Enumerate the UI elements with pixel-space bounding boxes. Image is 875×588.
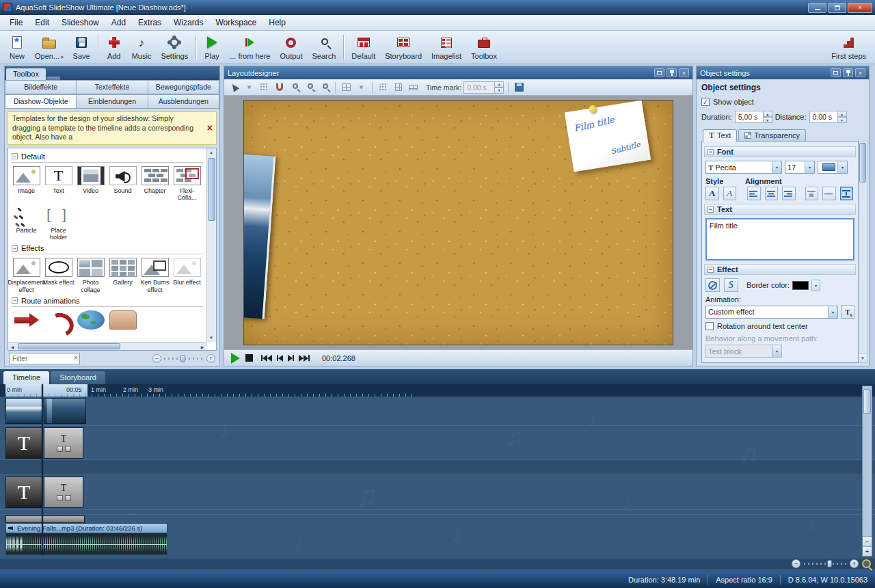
audio-track-header[interactable]: Evening Falls...mp3 (Duration: 03:46/226… bbox=[5, 523, 167, 533]
info-close-icon[interactable]: × bbox=[207, 123, 213, 133]
tab-einblendungen[interactable]: Einblendungen bbox=[77, 94, 148, 109]
select-tool-button[interactable] bbox=[228, 81, 241, 94]
dropdown-icon[interactable]: ▾ bbox=[828, 306, 837, 318]
text-clip-2[interactable]: T bbox=[5, 477, 42, 508]
toolbox-item-route-map[interactable] bbox=[107, 310, 139, 330]
next-frame-button[interactable] bbox=[288, 355, 294, 362]
spin-up-icon[interactable]: ▲ bbox=[495, 81, 504, 88]
zoom-slider-thumb[interactable] bbox=[180, 355, 185, 362]
play-from-here-button[interactable]: ... from here bbox=[225, 32, 275, 62]
toolbox-button[interactable]: Toolbox bbox=[466, 32, 502, 62]
toolbox-item-route-curve[interactable] bbox=[42, 310, 75, 330]
tab-toolbox[interactable]: Toolbox bbox=[6, 68, 46, 80]
skip-to-start-button[interactable] bbox=[261, 355, 272, 362]
dropdown-icon[interactable]: ▾ bbox=[837, 161, 847, 173]
menu-file[interactable]: File bbox=[4, 16, 28, 29]
menu-slideshow[interactable]: Slideshow bbox=[56, 16, 105, 29]
timeline-zoom-out-button[interactable]: − bbox=[792, 559, 800, 568]
align-right-button[interactable] bbox=[782, 187, 796, 200]
add-button[interactable]: Add bbox=[101, 32, 127, 62]
movement-path-select[interactable]: Text block ▾ bbox=[705, 345, 782, 358]
panel-restore-button[interactable] bbox=[654, 68, 664, 77]
tab-bewegungspfade[interactable]: Bewegungspfade bbox=[148, 80, 219, 94]
panel-pin-button[interactable] bbox=[667, 68, 677, 77]
tab-text[interactable]: TText bbox=[703, 129, 737, 142]
menu-edit[interactable]: Edit bbox=[29, 16, 55, 29]
spline-button[interactable]: S bbox=[724, 278, 738, 292]
timeline-vertical-scrollbar[interactable]: − + bbox=[862, 386, 872, 557]
storyboard-button[interactable]: Storyboard bbox=[380, 32, 427, 62]
save-view-button[interactable] bbox=[513, 81, 526, 94]
align-center-button[interactable] bbox=[765, 187, 779, 200]
toolbox-item-sound[interactable]: Sound bbox=[107, 166, 139, 202]
skip-to-end-button[interactable] bbox=[299, 355, 310, 362]
toolbox-item-displacement[interactable]: Displacement effect bbox=[10, 258, 42, 293]
magnet-snap-button[interactable] bbox=[273, 81, 286, 94]
timeline-magnifier-icon[interactable] bbox=[862, 559, 871, 568]
border-color-dropdown[interactable]: ▾ bbox=[811, 280, 820, 291]
note-title-text[interactable]: Film title bbox=[573, 114, 615, 133]
text-object-clip-2[interactable]: T bbox=[44, 477, 83, 508]
distance-value[interactable]: 0,00 s bbox=[809, 111, 838, 123]
collapse-icon[interactable]: − bbox=[708, 149, 714, 155]
menu-wizards[interactable]: Wizards bbox=[168, 16, 208, 29]
filter-clear-icon[interactable]: × bbox=[74, 353, 78, 362]
table-grid-button[interactable] bbox=[340, 81, 353, 94]
object-settings-scrollbar[interactable]: ▼ bbox=[859, 141, 867, 363]
scroll-down-icon[interactable]: ▼ bbox=[859, 353, 867, 362]
scroll-thumb[interactable] bbox=[859, 143, 866, 183]
scroll-right-icon[interactable]: ▶ bbox=[198, 343, 206, 351]
scroll-up-icon[interactable]: ▲ bbox=[207, 148, 215, 157]
snap-grid-button[interactable] bbox=[258, 81, 271, 94]
partial-clip[interactable] bbox=[5, 516, 85, 523]
rotate-object-button[interactable] bbox=[377, 81, 390, 94]
toolbox-item-blur[interactable]: Blur effect bbox=[171, 258, 203, 293]
collapse-icon[interactable]: − bbox=[708, 267, 714, 273]
text-content-input[interactable]: Film title bbox=[705, 218, 854, 260]
distribute-objects-button[interactable] bbox=[407, 81, 420, 94]
open-button[interactable]: Open...▾ bbox=[30, 32, 68, 62]
toolbox-item-gallery[interactable]: Gallery bbox=[107, 258, 139, 293]
zoom-out-button[interactable]: − bbox=[303, 81, 316, 94]
tab-diashow-objekte[interactable]: Diashow-Objekte bbox=[5, 94, 77, 109]
toolbox-item-mask[interactable]: Mask effect bbox=[42, 258, 75, 293]
previous-frame-button[interactable] bbox=[277, 355, 283, 362]
play-button[interactable]: Play bbox=[199, 32, 225, 62]
toolbox-item-route-arrow[interactable] bbox=[10, 310, 42, 330]
panel-restore-button[interactable] bbox=[831, 68, 841, 77]
audio-waveform[interactable] bbox=[5, 533, 167, 555]
italic-button[interactable]: A bbox=[723, 187, 737, 200]
spin-down-icon[interactable]: ▼ bbox=[764, 117, 772, 123]
scroll-left-icon[interactable]: ◀ bbox=[8, 343, 16, 351]
zoom-fit-button[interactable] bbox=[318, 81, 331, 94]
dropdown-icon[interactable]: ▾ bbox=[772, 345, 781, 357]
bold-button[interactable]: A bbox=[705, 187, 719, 200]
text-animation-button[interactable]: Tx bbox=[841, 305, 854, 319]
zoom-slider[interactable] bbox=[164, 358, 204, 360]
scroll-thumb[interactable] bbox=[18, 343, 120, 349]
tab-timeline[interactable]: Timeline bbox=[3, 371, 49, 384]
music-button[interactable]: ♪ Music bbox=[127, 32, 157, 62]
note-subtitle-text[interactable]: Subtitle bbox=[610, 140, 641, 157]
maximize-button[interactable] bbox=[828, 3, 846, 13]
panel-pin-button[interactable] bbox=[843, 68, 853, 77]
zoom-in-button[interactable]: + bbox=[288, 81, 301, 94]
table-grid-dropdown[interactable]: ▾ bbox=[355, 81, 368, 94]
valign-middle-button[interactable] bbox=[822, 187, 836, 200]
track-zoom-out-button[interactable]: − bbox=[863, 536, 872, 546]
timeline-zoom-in-button[interactable]: + bbox=[850, 559, 859, 568]
close-button[interactable]: × bbox=[848, 3, 872, 13]
menu-workspace[interactable]: Workspace bbox=[210, 16, 262, 29]
scroll-down-icon[interactable]: ▼ bbox=[207, 334, 215, 342]
text-clip-1[interactable]: T bbox=[5, 427, 42, 459]
collapse-icon[interactable]: − bbox=[708, 206, 714, 213]
timeline-zoom-slider[interactable] bbox=[804, 563, 846, 565]
timeline-playhead[interactable] bbox=[42, 384, 43, 555]
imagelist-button[interactable]: Imagelist bbox=[427, 32, 466, 62]
first-steps-button[interactable]: First steps bbox=[826, 32, 871, 62]
panel-close-button[interactable]: × bbox=[679, 68, 689, 77]
track-zoom-in-button[interactable]: + bbox=[863, 546, 872, 556]
toolbox-horizontal-scrollbar[interactable]: ◀ ▶ bbox=[8, 342, 206, 350]
font-size-select[interactable]: 17 ▾ bbox=[785, 161, 815, 174]
scroll-thumb[interactable] bbox=[863, 389, 871, 414]
